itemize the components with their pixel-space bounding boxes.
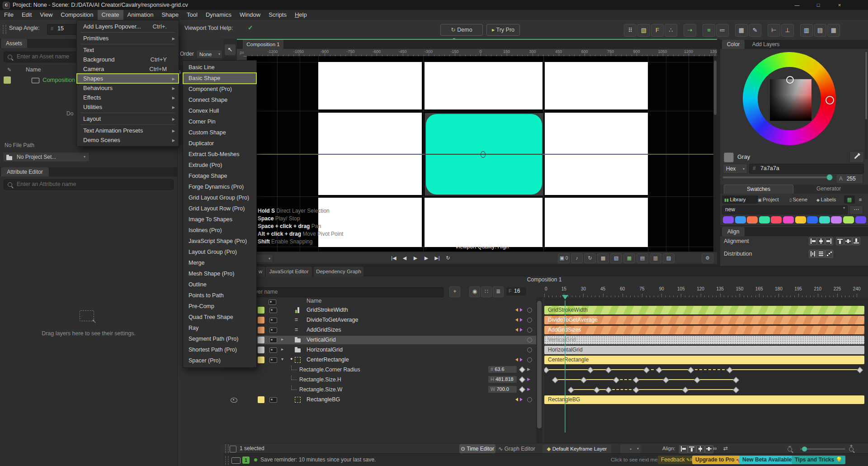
menu-scripts[interactable]: Scripts: [264, 10, 291, 20]
collapse-icon[interactable]: ▾: [281, 357, 283, 361]
tips-and-tricks-button[interactable]: Tips and Tricks 💡: [792, 456, 845, 464]
grid-icon[interactable]: ▦: [827, 24, 840, 37]
submenu-item-grid-layout-row-pro-[interactable]: Grid Layout Row (Pro): [183, 203, 256, 214]
solo-ring-icon[interactable]: [527, 318, 532, 323]
close-button[interactable]: ×: [829, 0, 850, 10]
create-menu-item-background[interactable]: BackgroundCtrl+Y: [77, 55, 179, 64]
sv-selector[interactable]: [786, 76, 794, 84]
timeline-scrollbar[interactable]: [536, 297, 542, 447]
palette-menu-button[interactable]: ⋯: [849, 205, 863, 214]
align-horizontal-icon[interactable]: ⊢: [768, 24, 780, 37]
keyframe-diamond[interactable]: [688, 367, 694, 373]
layer-color-swatch[interactable]: [258, 357, 264, 363]
menu-shape[interactable]: Shape: [157, 10, 183, 20]
layer-row-verticalgrid[interactable]: ▸VerticalGrid: [223, 336, 536, 344]
submenu-item-spacer-pro-[interactable]: Spacer (Pro): [183, 355, 256, 366]
color-swatch-3[interactable]: [747, 216, 758, 223]
order-dropdown[interactable]: None▾: [196, 50, 222, 59]
layer-row-centerrectangle[interactable]: ▾●CenterRectangle: [223, 356, 536, 364]
align-left-button[interactable]: [809, 237, 817, 245]
frame-field[interactable]: F 16: [506, 287, 526, 295]
distribute-custom-button[interactable]: [825, 250, 833, 258]
color-swatch-2[interactable]: [735, 216, 746, 223]
keyframe-toggle-icon[interactable]: [519, 376, 525, 383]
keyframe-diamond[interactable]: [633, 387, 639, 393]
alpha-field[interactable]: A 255: [836, 174, 863, 184]
minimize-button[interactable]: —: [787, 0, 807, 10]
color-swatch-6[interactable]: [783, 216, 794, 223]
visibility-toggle-icon[interactable]: [269, 357, 277, 363]
tab-add-layers[interactable]: Add Layers: [746, 40, 785, 49]
menu-view[interactable]: View: [36, 10, 57, 20]
keyframe-toggle-icon[interactable]: [519, 386, 525, 393]
color-swatch-9[interactable]: [819, 216, 830, 223]
attribute-value-field[interactable]: #63.6: [488, 366, 517, 373]
grid-overlay-icon[interactable]: ▦: [623, 253, 635, 263]
align-stack-icon[interactable]: ≡: [703, 24, 715, 37]
menu-dynamics[interactable]: Dynamics: [202, 10, 236, 20]
color-panel-scrollbar[interactable]: [865, 51, 868, 159]
timeline-zoom-handle[interactable]: [802, 447, 807, 452]
submenu-item-extrude-pro-[interactable]: Extrude (Pro): [183, 160, 256, 171]
layer-row-rectangle-size-h[interactable]: Rectangle.Size.HH481.818▶: [223, 376, 536, 384]
keyframe-diamond[interactable]: [605, 387, 612, 393]
list-view-icon[interactable]: ≡: [855, 195, 866, 204]
export-icon[interactable]: ▥: [650, 253, 661, 263]
spacing-icon[interactable]: ≔: [716, 24, 729, 37]
submenu-item-convex-hull[interactable]: Convex Hull: [183, 105, 256, 116]
cube-icon[interactable]: ▧: [637, 24, 650, 37]
create-menu-item-text-animation-presets[interactable]: Text Animation Presets▶: [77, 126, 179, 135]
color-swatch-7[interactable]: [795, 216, 806, 223]
create-menu-item-utilities[interactable]: Utilities▶: [77, 102, 179, 112]
skip-start-button[interactable]: |◀: [389, 253, 399, 262]
solo-filter-icon[interactable]: ◉: [469, 286, 480, 297]
solo-ring-icon[interactable]: [527, 338, 532, 342]
next-frame-button[interactable]: ▶: [421, 253, 431, 262]
timeline-zoom-slider[interactable]: [800, 448, 845, 450]
timeline-tab-javascript-editor[interactable]: JavaScript Editor: [266, 266, 312, 276]
submenu-item-forge-dynamics-pro-[interactable]: Forge Dynamics (Pro): [183, 181, 256, 192]
keyframe-box-icon[interactable]: F: [651, 24, 664, 37]
submenu-item-pre-comp[interactable]: Pre-Comp: [183, 301, 256, 312]
submenu-item-outline[interactable]: Outline: [183, 279, 256, 290]
playhead-line[interactable]: [565, 300, 566, 433]
submenu-item-quad-tree-shape[interactable]: Quad Tree Shape: [183, 312, 256, 323]
play-button[interactable]: ▶: [410, 253, 420, 262]
create-menu-item-effects[interactable]: Effects▶: [77, 93, 179, 102]
source-labels[interactable]: ◆ Labels: [814, 195, 846, 204]
keyframe-diamond[interactable]: [587, 367, 594, 373]
anim-in-icon[interactable]: [515, 398, 518, 401]
keyframe-diamond[interactable]: [643, 367, 650, 373]
rows-icon[interactable]: ▤: [814, 24, 826, 37]
hex-field[interactable]: #: [749, 164, 864, 174]
keyframe-diamond[interactable]: [580, 377, 587, 383]
eyedropper-icon[interactable]: ✎: [7, 67, 11, 73]
align-center-h-button[interactable]: [817, 237, 825, 245]
statusbar-grip[interactable]: [225, 456, 229, 465]
next-keyframe-icon[interactable]: ▶: [527, 387, 530, 391]
layout-grid-icon[interactable]: ⠿: [624, 24, 637, 37]
submenu-item-merge[interactable]: Merge: [183, 257, 256, 268]
track-bar-gridstrokewidth[interactable]: GridStrokeWidth: [544, 306, 864, 314]
composition-name[interactable]: Composition 1: [42, 76, 80, 83]
keyframe-diamond[interactable]: [552, 377, 558, 383]
next-keyframe-icon[interactable]: ▶: [527, 377, 530, 381]
anim-out-icon[interactable]: [520, 358, 523, 361]
layer-search-input[interactable]: [229, 288, 439, 295]
select-tool-button[interactable]: ↖: [225, 44, 236, 55]
color-swatch-12[interactable]: [855, 216, 866, 223]
save-reminder-message[interactable]: Save reminder: 10 minutes since your las…: [260, 456, 376, 463]
project-selector[interactable]: No Project Set... ▾: [3, 152, 90, 162]
keyframe-diamond[interactable]: [605, 367, 612, 373]
layer-color-swatch[interactable]: [258, 396, 264, 403]
submenu-item-image-to-shapes[interactable]: Image To Shapes: [183, 214, 256, 225]
time-editor-button[interactable]: ⊙ Time Editor: [459, 444, 495, 453]
anim-in-icon[interactable]: [515, 358, 518, 361]
footer-grip[interactable]: [225, 444, 229, 453]
viewport-tab-composition[interactable]: Composition 1: [243, 40, 283, 49]
color-swatch-1[interactable]: [723, 216, 734, 223]
dots-filter-icon[interactable]: ∷: [481, 286, 492, 297]
submenu-item-extract-sub-meshes[interactable]: Extract Sub-Meshes: [183, 149, 256, 160]
create-menu-item-shapes[interactable]: Shapes▶: [77, 74, 179, 83]
submenu-item-javascript-shape-pro-[interactable]: JavaScript Shape (Pro): [183, 236, 256, 247]
